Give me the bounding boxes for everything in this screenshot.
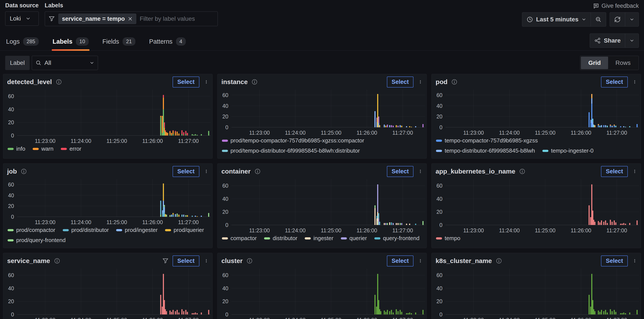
legend-item[interactable]: info [8, 145, 25, 152]
info-icon[interactable] [254, 168, 260, 174]
give-feedback-link[interactable]: Give feedback [593, 2, 639, 9]
tab-patterns[interactable]: Patterns 4 [148, 34, 187, 50]
svg-text:40: 40 [8, 192, 14, 198]
refresh-icon [614, 16, 621, 23]
panel-app-kubernetes-io-name: app_kubernetes_io_nameSelect020406011:23… [432, 163, 641, 248]
legend-item[interactable]: prod/querier [165, 227, 204, 233]
svg-text:60: 60 [222, 92, 228, 98]
legend-item[interactable]: query-frontend [374, 235, 420, 242]
filter-applied-icon[interactable] [162, 258, 169, 264]
panel-chart[interactable]: 020406011:23:0011:24:0011:25:0011:26:001… [3, 267, 212, 319]
tab-logs[interactable]: Logs 285 [5, 34, 40, 50]
label-search-select[interactable]: All [32, 56, 98, 70]
kebab-menu-icon[interactable] [632, 168, 638, 174]
view-toggle-grid[interactable]: Grid [581, 57, 608, 69]
legend-item[interactable]: querier [341, 235, 367, 242]
kebab-menu-icon[interactable] [203, 79, 209, 85]
kebab-menu-icon[interactable] [417, 168, 424, 174]
legend-color-pill [374, 237, 380, 240]
svg-text:11:24:00: 11:24:00 [71, 219, 91, 225]
view-toggle-rows[interactable]: Rows [608, 57, 638, 69]
info-icon[interactable] [519, 168, 525, 174]
info-icon[interactable] [451, 79, 457, 85]
tab-labels[interactable]: Labels 10 [52, 34, 90, 50]
close-icon[interactable] [128, 16, 132, 21]
share-dropdown[interactable] [625, 34, 638, 47]
panel-chart[interactable]: 020406011:23:0011:24:0011:25:0011:26:001… [218, 87, 427, 136]
legend-label: error [70, 145, 81, 152]
panel-chart[interactable]: 020406011:23:0011:24:0011:25:0011:26:001… [3, 87, 212, 145]
legend-label: tempo-compactor-757d9b6985-xgzss [444, 137, 538, 144]
svg-text:11:26:00: 11:26:00 [571, 317, 591, 319]
info-icon[interactable] [496, 258, 502, 264]
kebab-menu-icon[interactable] [632, 79, 638, 85]
legend-label: prod/ingester [125, 227, 158, 233]
datasource-select[interactable]: Loki [5, 11, 39, 26]
svg-text:11:25:00: 11:25:00 [321, 317, 341, 319]
legend-item[interactable]: tempo-compactor-757d9b6985-xgzss [436, 137, 538, 144]
chevron-down-icon [26, 16, 31, 21]
legend-item[interactable]: prod/distributor [63, 227, 109, 233]
svg-text:11:26:00: 11:26:00 [356, 130, 377, 136]
legend-item[interactable]: tempo-distributor-6f99985845-b8lwh [436, 147, 535, 154]
tab-fields-label: Fields [102, 38, 119, 45]
refresh-button[interactable] [610, 12, 625, 26]
legend-item[interactable]: warn [33, 145, 54, 152]
legend-item[interactable]: prod/tempo-compactor-757d9b6985-xgzss:co… [222, 137, 364, 144]
info-icon[interactable] [56, 79, 62, 85]
filter-chip[interactable]: service_name = tempo [58, 14, 136, 24]
svg-text:60: 60 [8, 272, 14, 278]
legend-label: tempo-distributor-6f99985845-b8lwh [444, 147, 535, 154]
svg-text:11:26:00: 11:26:00 [142, 219, 163, 225]
select-button[interactable]: Select [387, 166, 414, 177]
legend-item[interactable]: tempo [436, 235, 460, 242]
kebab-menu-icon[interactable] [417, 258, 424, 264]
tab-patterns-count: 4 [176, 37, 186, 46]
legend-item[interactable]: prod/compactor [8, 227, 55, 233]
legend-item[interactable]: distributor [264, 235, 297, 242]
label-filter-input[interactable]: service_name = tempo Filter by label val… [45, 11, 218, 26]
legend-item[interactable]: compactor [222, 235, 257, 242]
panel-chart[interactable]: 020406011:23:0011:24:0011:25:0011:26:001… [218, 267, 427, 319]
info-icon[interactable] [252, 79, 258, 85]
svg-text:11:23:00: 11:23:00 [249, 130, 270, 136]
legend-item[interactable]: prod/query-frontend [8, 237, 66, 244]
timeseries-chart: 020406011:23:0011:24:0011:25:0011:26:001… [433, 177, 641, 234]
info-icon[interactable] [21, 168, 27, 174]
select-button[interactable]: Select [172, 166, 200, 177]
share-button[interactable]: Share [590, 34, 625, 47]
timeseries-chart: 020406011:23:0011:24:0011:25:0011:26:001… [4, 177, 212, 226]
info-icon[interactable] [246, 258, 252, 264]
info-icon[interactable] [54, 258, 60, 264]
panel-chart[interactable]: 020406011:23:0011:24:0011:25:0011:26:001… [432, 87, 641, 136]
panel-chart[interactable]: 020406011:23:0011:24:0011:25:0011:26:001… [432, 267, 641, 319]
legend-item[interactable]: error [61, 145, 81, 152]
legend-item[interactable]: tempo-ingester-0 [542, 147, 594, 154]
panel-chart[interactable]: 020406011:23:0011:24:0011:25:0011:26:001… [218, 177, 427, 234]
refresh-interval-dropdown[interactable] [625, 12, 638, 26]
kebab-menu-icon[interactable] [417, 79, 424, 85]
kebab-menu-icon[interactable] [203, 258, 209, 264]
select-button[interactable]: Select [387, 76, 414, 87]
kebab-menu-icon[interactable] [632, 258, 638, 264]
panel-chart[interactable]: 020406011:23:0011:24:0011:25:0011:26:001… [432, 177, 641, 234]
panel-container: containerSelect020406011:23:0011:24:0011… [217, 163, 427, 248]
select-button[interactable]: Select [172, 76, 200, 87]
legend-item[interactable]: ingester [305, 235, 334, 242]
label-prefix: Label [5, 56, 30, 70]
svg-text:20: 20 [222, 298, 228, 304]
select-button[interactable]: Select [172, 256, 200, 267]
tab-fields[interactable]: Fields 21 [102, 34, 136, 50]
svg-text:20: 20 [436, 113, 443, 119]
kebab-menu-icon[interactable] [203, 168, 209, 174]
time-range-picker[interactable]: Last 5 minutes [522, 12, 590, 26]
panel-chart[interactable]: 020406011:23:0011:24:0011:25:0011:26:001… [3, 177, 212, 226]
select-button[interactable]: Select [601, 76, 628, 87]
legend-item[interactable]: prod/tempo-distributor-6f99985845-b8lwh:… [222, 147, 360, 154]
zoom-out-button[interactable] [590, 12, 606, 26]
select-button[interactable]: Select [387, 256, 414, 267]
panel-title: container [222, 168, 251, 175]
select-button[interactable]: Select [601, 256, 628, 267]
select-button[interactable]: Select [601, 166, 628, 177]
legend-item[interactable]: prod/ingester [116, 227, 158, 233]
